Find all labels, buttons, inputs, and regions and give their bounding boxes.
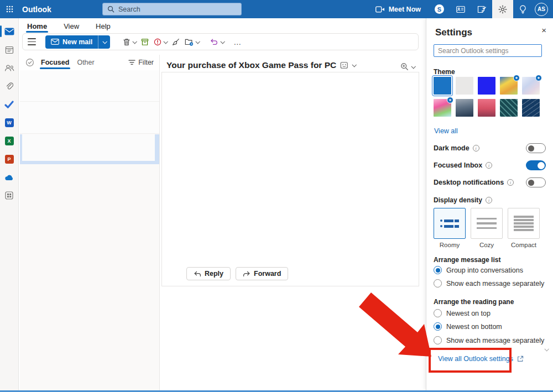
more-commands-icon[interactable]: … [233,38,242,46]
view-all-outlook-settings-link[interactable]: View all Outlook settings [438,355,513,363]
report-button[interactable] [154,38,167,46]
search-input[interactable] [118,6,237,13]
theme-swatch-teal-circuit[interactable] [500,99,518,117]
theme-swatch-navy-circuit[interactable] [522,99,540,117]
rail-powerpoint-button[interactable]: P [0,150,18,168]
close-icon[interactable]: × [541,26,546,34]
theme-swatch-sunset-palms[interactable] [478,99,495,117]
info-icon[interactable]: i [473,145,479,151]
chevron-down-icon [133,39,137,44]
move-to-button[interactable] [185,38,199,46]
radio-newest-on-top[interactable]: Newest on top [434,309,491,317]
dark-mode-toggle[interactable] [526,143,546,153]
theme-swatch-pastel-waves[interactable]: ★ [522,77,540,95]
message-list-item[interactable] [20,102,159,134]
new-mail-split-chevron[interactable] [98,35,110,49]
undo-button[interactable] [210,38,224,45]
message-list-item[interactable] [20,70,159,102]
theme-swatch-colorful-waves[interactable]: ★ [500,77,518,95]
contact-card-icon [456,6,465,13]
external-link-icon [517,356,524,362]
theme-view-all-link[interactable]: View all [434,127,458,135]
settings-gear-button[interactable] [492,0,513,18]
reading-pane: Your purchase of Xbox Game Pass for PC R… [160,55,426,390]
roomy-preview-icon [434,208,466,239]
rail-excel-button[interactable]: X [0,132,18,150]
tips-button[interactable] [513,0,533,18]
radio-label: Show each message separately [446,337,544,344]
chevron-down-icon[interactable] [352,62,357,67]
density-label: Roomy [434,242,466,248]
focused-inbox-toggle[interactable] [526,160,546,170]
chevron-down-icon [164,39,168,44]
zoom-control[interactable] [400,62,415,71]
rail-calendar-button[interactable] [0,40,18,59]
settings-panel: Settings × Theme ★ ★ ★ View all Dark mod… [426,18,553,390]
theme-swatch-pink-art[interactable]: ★ [434,99,451,117]
delete-button[interactable] [123,38,136,46]
account-avatar[interactable]: AS [535,3,548,16]
forward-button[interactable]: Forward [236,267,288,280]
contacts-card-button[interactable] [450,0,471,18]
rail-people-button[interactable] [0,59,18,77]
reply-arrow-icon [194,271,201,277]
message-body-card: Reply Forward [161,72,419,286]
message-options-icon[interactable] [340,61,348,69]
onedrive-cloud-icon [4,174,14,181]
tab-help[interactable]: Help [95,21,112,33]
dark-mode-label: Dark mode [434,144,469,152]
rail-todo-button[interactable] [0,95,18,113]
radio-group-conversations[interactable]: Group into conversations [434,266,523,274]
collapse-folder-pane-icon[interactable] [28,38,36,45]
rail-mail-button[interactable] [0,22,18,40]
density-option-cozy[interactable]: Cozy [471,208,503,248]
theme-swatch-gray[interactable] [456,77,473,95]
rail-more-apps-button[interactable] [0,186,18,205]
select-all-icon[interactable] [25,58,34,67]
scroll-down-icon[interactable] [544,347,549,351]
mail-icon [4,28,14,35]
info-icon[interactable]: i [486,162,492,169]
theme-swatch-bright-blue[interactable] [478,77,495,95]
reply-button[interactable]: Reply [186,267,231,280]
radio-show-separately[interactable]: Show each message separately [434,279,544,288]
new-mail-button[interactable]: New mail [45,35,110,49]
tab-home[interactable]: Home [26,21,48,33]
radio-icon [434,279,442,288]
desktop-notifications-toggle[interactable] [526,177,546,187]
rail-files-button[interactable] [0,77,18,95]
undo-icon [210,38,218,45]
tab-other[interactable]: Other [76,56,95,69]
skype-button[interactable]: S [429,0,450,18]
theme-swatch-mountains[interactable] [456,99,473,117]
people-icon [4,64,14,72]
global-search-box[interactable] [102,3,242,15]
excel-icon: X [5,137,14,145]
rail-selection-indicator [0,25,2,37]
word-icon: W [5,118,14,127]
radio-newest-on-bottom[interactable]: Newest on bottom [434,322,502,331]
app-launcher-icon[interactable] [0,0,19,18]
tab-view[interactable]: View [62,21,80,33]
meet-now-button[interactable]: Meet Now [368,0,429,18]
density-option-roomy[interactable]: Roomy [434,208,466,248]
archive-icon [141,38,149,46]
archive-button[interactable] [141,38,149,46]
topbar-actions: Meet Now S AS [368,0,553,18]
message-list-item-selected[interactable] [20,134,159,164]
settings-search-input[interactable] [438,47,538,55]
settings-search-box[interactable] [434,44,542,57]
info-icon[interactable]: i [486,197,492,203]
radio-show-each-separately[interactable]: Show each message separately [434,336,544,344]
filter-button[interactable]: Filter [128,59,154,66]
radio-selected-icon [434,322,442,331]
view-all-settings-row[interactable]: View all Outlook settings [438,355,524,363]
theme-swatch-blue[interactable] [434,77,451,95]
rail-onedrive-button[interactable] [0,168,18,186]
info-icon[interactable]: i [507,179,514,186]
density-option-compact[interactable]: Compact [508,208,540,248]
sweep-button[interactable] [172,38,180,46]
tab-focused[interactable]: Focused [40,56,70,69]
my-day-button[interactable] [471,0,492,18]
rail-word-button[interactable]: W [0,113,18,132]
